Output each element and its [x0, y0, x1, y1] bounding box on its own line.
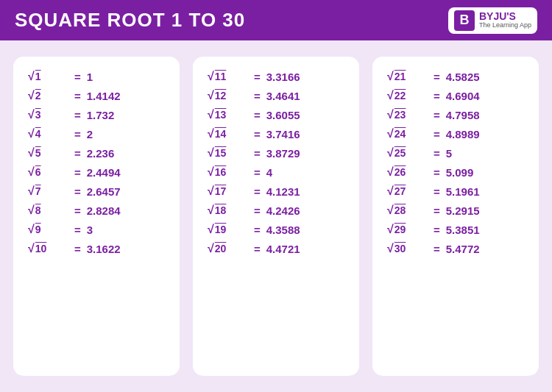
- sqrt-expression: √15: [208, 146, 248, 160]
- equals-sign: =: [434, 185, 440, 198]
- sqrt-expression: √17: [208, 185, 248, 198]
- sqrt-number: 29: [394, 224, 406, 235]
- equals-sign: =: [254, 71, 261, 83]
- table-row: √19=4.3588: [208, 223, 344, 236]
- table-row: √14=3.7416: [208, 127, 344, 140]
- sqrt-symbol: √: [28, 242, 35, 255]
- table-row: √18=4.2426: [208, 204, 344, 217]
- sqrt-expression: √13: [208, 108, 248, 121]
- sqrt-value: 3.6055: [266, 109, 300, 121]
- sqrt-expression: √22: [387, 89, 428, 102]
- sqrt-symbol: √: [208, 146, 214, 160]
- sqrt-value: 4.7958: [446, 109, 480, 121]
- equals-sign: =: [434, 224, 440, 236]
- sqrt-value: 5.4772: [446, 243, 480, 255]
- sqrt-value: 3.1622: [87, 243, 121, 255]
- sqrt-expression: √10: [28, 242, 68, 255]
- sqrt-number: 25: [394, 147, 406, 159]
- card-col-3: √21=4.5825√22=4.6904√23=4.7958√24=4.8989…: [372, 57, 539, 376]
- sqrt-value: 5.2915: [446, 204, 480, 217]
- sqrt-number: 6: [35, 166, 41, 178]
- sqrt-value: 4.8989: [446, 128, 480, 140]
- sqrt-number: 20: [215, 243, 227, 254]
- sqrt-symbol: √: [387, 223, 394, 236]
- sqrt-symbol: √: [387, 165, 394, 179]
- table-row: √21=4.5825: [387, 70, 524, 83]
- table-row: √4=2: [28, 127, 165, 140]
- sqrt-number: 26: [394, 166, 406, 178]
- sqrt-number: 22: [394, 90, 406, 101]
- sqrt-expression: √12: [208, 89, 248, 102]
- sqrt-value: 3.4641: [266, 90, 300, 102]
- sqrt-value: 3: [87, 224, 93, 236]
- equals-sign: =: [74, 90, 81, 102]
- equals-sign: =: [74, 243, 81, 255]
- sqrt-expression: √16: [208, 165, 248, 179]
- sqrt-symbol: √: [387, 242, 394, 255]
- sqrt-symbol: √: [208, 108, 214, 121]
- sqrt-value: 5.1961: [446, 185, 480, 198]
- sqrt-value: 4.4721: [266, 243, 300, 255]
- table-row: √22=4.6904: [387, 89, 524, 102]
- sqrt-symbol: √: [28, 146, 35, 160]
- sqrt-expression: √18: [208, 204, 248, 217]
- sqrt-number: 3: [35, 109, 41, 121]
- sqrt-expression: √11: [208, 70, 248, 83]
- sqrt-expression: √23: [387, 108, 428, 121]
- equals-sign: =: [254, 90, 261, 102]
- table-row: √17=4.1231: [208, 185, 344, 198]
- table-row: √30=5.4772: [387, 242, 524, 255]
- sqrt-value: 2.6457: [87, 185, 121, 198]
- sqrt-symbol: √: [387, 204, 394, 217]
- sqrt-symbol: √: [387, 185, 394, 198]
- card-col-1: √1=1√2=1.4142√3=1.732√4=2√5=2.236√6=2.44…: [13, 57, 180, 376]
- sqrt-number: 17: [215, 185, 227, 197]
- sqrt-value: 2: [87, 128, 93, 140]
- sqrt-number: 11: [215, 71, 227, 82]
- sqrt-symbol: √: [387, 108, 394, 121]
- sqrt-symbol: √: [28, 70, 35, 83]
- sqrt-value: 4.5825: [446, 71, 480, 83]
- logo-sub: The Learning App: [479, 22, 531, 29]
- table-row: √9=3: [28, 223, 165, 236]
- content: √1=1√2=1.4142√3=1.732√4=2√5=2.236√6=2.44…: [0, 40, 552, 392]
- equals-sign: =: [434, 204, 440, 217]
- equals-sign: =: [434, 147, 440, 160]
- sqrt-value: 5: [446, 147, 452, 160]
- equals-sign: =: [254, 128, 261, 140]
- table-row: √26=5.099: [387, 165, 524, 179]
- equals-sign: =: [254, 224, 261, 236]
- table-row: √12=3.4641: [208, 89, 344, 102]
- table-row: √2=1.4142: [28, 89, 165, 102]
- sqrt-expression: √2: [28, 89, 68, 102]
- equals-sign: =: [74, 166, 81, 179]
- sqrt-expression: √28: [387, 204, 428, 217]
- sqrt-expression: √8: [28, 204, 68, 217]
- sqrt-symbol: √: [28, 165, 35, 179]
- equals-sign: =: [74, 224, 81, 236]
- table-row: √6=2.4494: [28, 165, 165, 179]
- sqrt-expression: √19: [208, 223, 248, 236]
- equals-sign: =: [74, 204, 81, 217]
- sqrt-expression: √27: [387, 185, 428, 198]
- logo: B BYJU'S The Learning App: [448, 7, 537, 34]
- sqrt-symbol: √: [28, 89, 35, 102]
- sqrt-expression: √4: [28, 127, 68, 140]
- sqrt-number: 23: [394, 109, 406, 121]
- sqrt-expression: √24: [387, 127, 428, 140]
- sqrt-value: 1.4142: [87, 90, 121, 102]
- table-row: √29=5.3851: [387, 223, 524, 236]
- sqrt-value: 4.1231: [266, 185, 300, 198]
- table-row: √20=4.4721: [208, 242, 344, 255]
- sqrt-value: 1.732: [87, 109, 115, 121]
- sqrt-symbol: √: [208, 185, 214, 198]
- sqrt-expression: √21: [387, 70, 428, 83]
- equals-sign: =: [254, 109, 261, 121]
- equals-sign: =: [434, 109, 440, 121]
- sqrt-symbol: √: [28, 204, 35, 217]
- sqrt-symbol: √: [387, 146, 394, 160]
- sqrt-expression: √14: [208, 127, 248, 140]
- sqrt-symbol: √: [208, 204, 214, 217]
- sqrt-symbol: √: [208, 70, 214, 83]
- table-row: √8=2.8284: [28, 204, 165, 217]
